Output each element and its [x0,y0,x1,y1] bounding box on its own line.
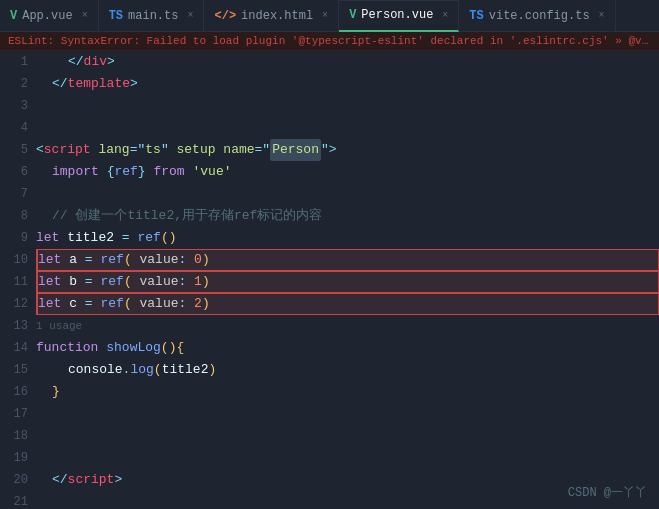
code-line-6: import {ref} from 'vue' [36,161,659,183]
tab-label: main.ts [128,9,178,23]
tab-close-icon[interactable]: × [322,10,328,21]
line-num: 14 [0,337,28,359]
code-line-7 [36,183,659,205]
error-bar: ESLint: SyntaxError: Failed to load plug… [0,32,659,51]
tab-app-vue[interactable]: V App.vue × [0,0,99,32]
vue-icon: V [10,9,17,23]
code-line-15: console.log(title2) [36,359,659,381]
line-num: 11 [0,271,28,293]
line-num: 6 [0,161,28,183]
code-lines: </div> </template> <script lang="ts" set… [36,51,659,506]
line-num: 16 [0,381,28,403]
line-num: 5 [0,139,28,161]
line-num: 2 [0,73,28,95]
line-num: 3 [0,95,28,117]
line-num: 9 [0,227,28,249]
tab-person-vue[interactable]: V Person.vue × [339,0,459,32]
code-line-17 [36,403,659,425]
ts-icon: TS [109,9,123,23]
footer-text: CSDN @一丫丫 [568,486,647,500]
tab-label: Person.vue [361,8,433,22]
code-line-14: function showLog(){ [36,337,659,359]
line-num: 4 [0,117,28,139]
line-num: 20 [0,469,28,491]
tab-label: vite.config.ts [489,9,590,23]
code-line-3 [36,95,659,117]
code-line-5: <script lang="ts" setup name="Person" > [36,139,659,161]
code-line-10: let a = ref( value: 0 ) [36,249,659,271]
html-icon: </> [214,9,236,23]
code-line-20: </script> [36,469,659,491]
tab-close-icon[interactable]: × [187,10,193,21]
code-line-18 [36,425,659,447]
tab-vite-config-ts[interactable]: TS vite.config.ts × [459,0,615,32]
line-num: 1 [0,51,28,73]
code-area: 1 2 3 4 5 6 7 8 9 10 11 12 13 14 15 16 1… [0,51,659,506]
line-num: 15 [0,359,28,381]
line-num: 17 [0,403,28,425]
line-num: 21 [0,491,28,506]
code-line-16: } [36,381,659,403]
tab-label: App.vue [22,9,72,23]
code-line-4 [36,117,659,139]
line-num: 18 [0,425,28,447]
line-num: 19 [0,447,28,469]
code-line-8: // 创建一个title2,用于存储ref标记的内容 [36,205,659,227]
tab-bar: V App.vue × TS main.ts × </> index.html … [0,0,659,32]
tab-main-ts[interactable]: TS main.ts × [99,0,205,32]
code-line-1: </div> [36,51,659,73]
code-line-13: 1 usage [36,315,659,337]
line-num: 10 [0,249,28,271]
vue-icon: V [349,8,356,22]
code-line-12: let c = ref( value: 2 ) [36,293,659,315]
code-line-21 [36,491,659,506]
code-line-9: let title2 = ref() [36,227,659,249]
line-num: 12 [0,293,28,315]
line-num: 7 [0,183,28,205]
tab-close-icon[interactable]: × [82,10,88,21]
tab-index-html[interactable]: </> index.html × [204,0,339,32]
code-line-11: let b = ref( value: 1 ) [36,271,659,293]
code-line-2: </template> [36,73,659,95]
line-num: 13 [0,315,28,337]
ts-icon: TS [469,9,483,23]
tab-label: index.html [241,9,313,23]
error-text: ESLint: SyntaxError: Failed to load plug… [8,35,659,47]
footer-watermark: CSDN @一丫丫 [568,484,647,501]
code-line-19 [36,447,659,469]
line-numbers: 1 2 3 4 5 6 7 8 9 10 11 12 13 14 15 16 1… [0,51,36,506]
line-num: 8 [0,205,28,227]
tab-close-icon[interactable]: × [442,10,448,21]
tab-close-icon[interactable]: × [599,10,605,21]
